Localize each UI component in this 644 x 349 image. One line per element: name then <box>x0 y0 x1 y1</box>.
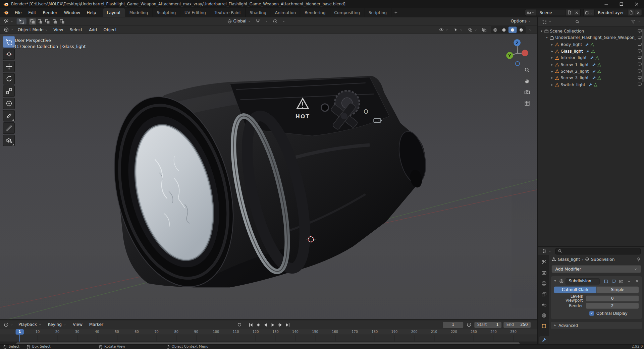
gizmos-dropdown[interactable] <box>451 26 465 33</box>
toggle-edit-mode-display-button[interactable] <box>603 278 609 284</box>
expand-arrow-icon[interactable]: ▸ <box>550 63 554 66</box>
hide-in-viewport-icon[interactable] <box>637 29 642 33</box>
advanced-subpanel[interactable]: ▸ Advanced <box>551 322 642 329</box>
hide-in-viewport-icon[interactable] <box>637 62 642 66</box>
viewport-menu-add[interactable]: Add <box>86 26 100 34</box>
camera-view-button[interactable] <box>523 88 531 96</box>
select-mode-set[interactable] <box>29 18 36 24</box>
jump-to-prev-keyframe-button[interactable] <box>255 322 262 328</box>
playhead[interactable]: 1 <box>16 329 24 335</box>
tool-annotate[interactable] <box>3 110 15 121</box>
select-mode-intersect[interactable] <box>59 18 66 24</box>
expand-arrow-icon[interactable]: ▸ <box>550 43 554 46</box>
viewport-editor-type-button[interactable] <box>2 26 16 33</box>
start-frame-field[interactable]: Start1 <box>474 322 501 328</box>
outliner-filter-button[interactable] <box>629 18 642 25</box>
hide-in-viewport-icon[interactable] <box>637 75 642 80</box>
workspace-tab-compositing[interactable]: Compositing <box>330 8 364 17</box>
properties-editor-type-button[interactable] <box>540 248 554 254</box>
hide-in-viewport-icon[interactable] <box>637 49 642 53</box>
viewport-menu-view[interactable]: View <box>50 26 66 34</box>
menu-edit[interactable]: Edit <box>25 8 39 17</box>
properties-tab-object[interactable] <box>539 322 549 330</box>
viewport-menu-object[interactable]: Object <box>100 26 120 34</box>
hide-in-viewport-icon[interactable] <box>637 36 642 40</box>
properties-tab-scene[interactable] <box>539 301 549 309</box>
tool-measure[interactable] <box>3 122 15 134</box>
play-reverse-button[interactable] <box>262 322 269 328</box>
timeline-menu-view[interactable]: View <box>69 320 86 329</box>
expand-arrow-icon[interactable]: ▸ <box>550 83 554 86</box>
algorithm-catmull-clark[interactable]: Catmull-Clark <box>554 287 597 293</box>
timeline-ruler[interactable]: 1102030405060708090100110120130140150160… <box>0 329 537 335</box>
outliner-row-screw-1-light[interactable]: ▸Screw_1_light <box>538 61 644 68</box>
workspace-tab-modeling[interactable]: Modeling <box>125 8 152 17</box>
play-button[interactable] <box>269 322 276 328</box>
unlink-scene-button[interactable] <box>573 9 580 15</box>
proportional-editing-button[interactable] <box>271 18 280 25</box>
snap-toggle-button[interactable] <box>253 18 262 25</box>
outliner-row-body-light[interactable]: ▸Body_light <box>538 41 644 48</box>
axis-x-ball[interactable] <box>522 50 528 56</box>
tool-settings-editor-type-button[interactable] <box>2 18 16 25</box>
transform-orientation-dropdown[interactable]: Global <box>225 18 253 25</box>
breadcrumb-modifier[interactable]: Subdivision <box>591 257 614 261</box>
hide-in-viewport-icon[interactable] <box>637 69 642 73</box>
modifier-expand-arrow[interactable]: ▾ <box>553 280 557 283</box>
expand-arrow-icon[interactable]: ▸ <box>550 50 554 53</box>
maximize-button[interactable] <box>613 0 629 8</box>
tool-add-cube[interactable] <box>3 135 15 146</box>
toggle-realtime-display-button[interactable] <box>610 278 616 284</box>
blender-app-menu-button[interactable] <box>0 8 11 17</box>
scene-name-field[interactable]: Scene <box>536 9 566 15</box>
timeline-track[interactable] <box>0 335 537 342</box>
perspective-toggle-button[interactable] <box>523 99 531 107</box>
active-tool-button[interactable] <box>16 18 27 25</box>
shading-solid-button[interactable] <box>500 27 508 33</box>
workspace-tab-uv-editing[interactable]: UV Editing <box>180 8 211 17</box>
pan-button[interactable] <box>523 77 531 84</box>
proportional-falloff-dropdown[interactable] <box>280 18 287 25</box>
new-view-layer-button[interactable] <box>628 9 635 15</box>
shading-rendered-button[interactable] <box>517 27 525 33</box>
levels-viewport-value-field[interactable]: 0 <box>586 295 639 301</box>
optimal-display-checkbox[interactable]: ✓ <box>589 311 594 315</box>
workspace-tab-layout[interactable]: Layout <box>103 8 125 17</box>
end-frame-field[interactable]: End250 <box>503 322 531 328</box>
toggle-xray-button[interactable] <box>480 27 488 33</box>
tool-transform[interactable] <box>3 98 15 109</box>
workspace-tab-shading[interactable]: Shading <box>246 8 271 17</box>
outliner-row-screw-3-light[interactable]: ▸Screw_3_light <box>538 75 644 81</box>
viewport-menu-select[interactable]: Select <box>66 26 86 34</box>
axis-z-negative-ball[interactable] <box>516 62 520 66</box>
tool-cursor[interactable] <box>3 48 15 60</box>
close-button[interactable] <box>629 0 644 8</box>
overlays-dropdown[interactable] <box>466 26 479 33</box>
hide-in-viewport-icon[interactable] <box>637 56 642 60</box>
timeline-menu-playback[interactable]: Playback <box>15 320 45 329</box>
timeline-menu-keying[interactable]: Keying <box>45 320 69 329</box>
shading-material-preview-button[interactable] <box>508 27 517 33</box>
tool-select-box[interactable] <box>3 36 15 48</box>
menu-render[interactable]: Render <box>40 8 61 17</box>
modifier-extras-menu-button[interactable] <box>626 278 632 284</box>
select-mode-invert[interactable] <box>51 18 58 24</box>
outliner-row-switch-light[interactable]: ▸Switch_light <box>538 81 644 88</box>
snap-settings-dropdown[interactable] <box>263 18 270 25</box>
toggle-render-display-button[interactable] <box>618 278 624 284</box>
properties-tab-modifiers[interactable] <box>539 336 549 344</box>
remove-view-layer-button[interactable] <box>635 9 642 15</box>
auto-keying-button[interactable] <box>236 322 243 328</box>
select-mode-subtract[interactable] <box>44 18 51 24</box>
expand-arrow-icon[interactable]: ▸ <box>550 76 554 80</box>
properties-search-input[interactable] <box>555 248 641 254</box>
hide-in-viewport-icon[interactable] <box>637 42 642 47</box>
breadcrumb-object[interactable]: Glass_light <box>558 257 580 261</box>
expand-arrow-icon[interactable]: ▸ <box>550 56 554 60</box>
outliner-row-scene-collection[interactable]: ▾Scene Collection <box>538 28 644 35</box>
tool-scale[interactable] <box>3 85 15 97</box>
jump-to-end-button[interactable] <box>284 322 291 328</box>
outliner-editor-type-button[interactable] <box>540 18 554 25</box>
outliner-row-interior-light[interactable]: ▸Interior_light <box>538 55 644 61</box>
properties-tab-tool[interactable] <box>539 258 549 266</box>
